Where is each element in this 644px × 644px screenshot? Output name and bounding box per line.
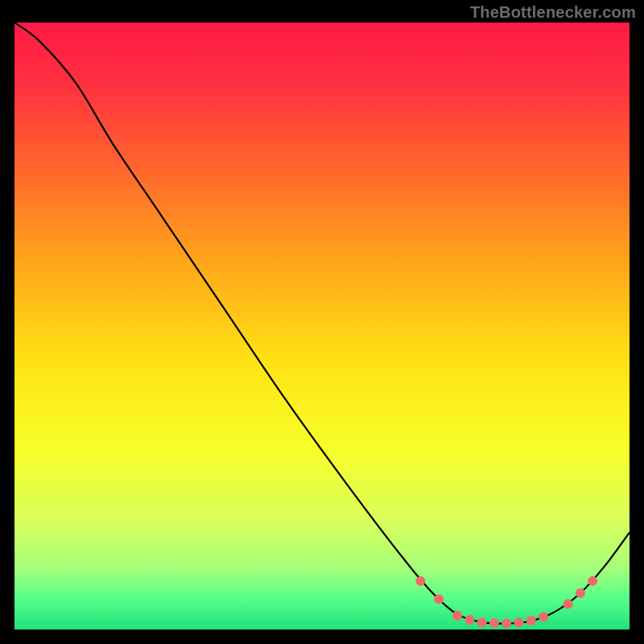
data-marker <box>539 612 548 621</box>
gradient-background <box>14 23 630 630</box>
chart-frame: TheBottlenecker.com <box>0 0 644 644</box>
data-marker <box>576 588 585 598</box>
data-marker <box>477 617 487 627</box>
data-marker <box>452 611 462 621</box>
data-marker <box>415 576 425 586</box>
data-marker <box>588 576 597 586</box>
data-marker <box>526 616 536 625</box>
data-marker <box>434 594 444 604</box>
plot-area <box>14 23 630 630</box>
data-marker <box>502 618 511 628</box>
data-marker <box>564 599 573 609</box>
data-marker <box>514 617 523 627</box>
data-marker <box>464 615 474 625</box>
attribution-text: TheBottlenecker.com <box>470 3 636 22</box>
data-marker <box>489 618 499 628</box>
chart-svg <box>14 23 630 630</box>
